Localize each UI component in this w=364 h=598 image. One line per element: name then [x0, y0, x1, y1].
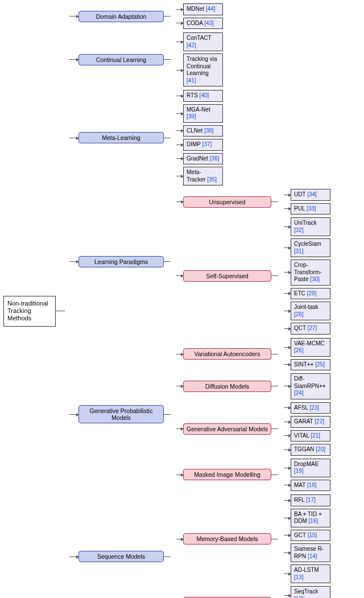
leaf-label: MAT: [294, 482, 307, 488]
leaf-row: GCT [15]: [284, 530, 330, 542]
connector: [69, 16, 78, 17]
leaf-label: SeqTrack: [294, 588, 318, 595]
connector: [176, 539, 183, 539]
connector: [176, 386, 183, 386]
leaf-column: UDT [34]PUL [33]: [284, 189, 330, 215]
citation-ref[interactable]: [40]: [200, 92, 209, 98]
connector: [164, 16, 171, 17]
citation-ref[interactable]: [28]: [294, 311, 304, 317]
leaf-row: DropMAE [19]: [284, 459, 330, 477]
connector: [271, 475, 278, 475]
leaf-row: VITAL [21]: [284, 430, 330, 442]
citation-ref[interactable]: [20]: [316, 446, 325, 452]
citation-ref[interactable]: [25]: [315, 361, 325, 368]
root-node: Non-traditional Tracking Methods: [3, 296, 56, 327]
leaf-node: VITAL [21]: [291, 430, 330, 442]
connector: [284, 248, 291, 248]
citation-ref[interactable]: [19]: [294, 468, 304, 474]
leaf-node: CODA [43]: [183, 18, 223, 30]
leaf-row: MDNet [44]: [176, 3, 223, 15]
leaf-node: Siamese R-RPN [14]: [291, 543, 330, 562]
connector: [69, 59, 78, 60]
citation-ref[interactable]: [32]: [294, 227, 304, 233]
citation-ref[interactable]: [44]: [206, 6, 216, 12]
leaf-node: AFSL [23]: [291, 402, 330, 414]
leaf-label: MDNet: [187, 6, 206, 12]
leaf-column: RTS [40]MGA-Net [39]CLNet [38]DIMP [37]G…: [176, 90, 223, 185]
citation-ref[interactable]: [23]: [309, 405, 319, 411]
citation-ref[interactable]: [39]: [187, 113, 196, 119]
citation-ref[interactable]: [15]: [308, 532, 317, 538]
leaf-label: RTS: [187, 92, 200, 98]
leaf-node: PUL [33]: [291, 203, 330, 215]
subcategory-row: UnsupervisedUDT [34]PUL [33]: [176, 189, 330, 215]
leaf-node: TGGAN [20]: [291, 444, 330, 456]
diagram-root: Non-traditional Tracking Methods Domain …: [3, 3, 361, 598]
citation-ref[interactable]: [43]: [204, 20, 214, 26]
citation-ref[interactable]: [13]: [294, 574, 304, 580]
category-row: Generative Probabilistic ModelsVariation…: [69, 338, 330, 492]
leaf-label: VAE-MCMC: [294, 340, 325, 347]
leaf-row: RFL [17]: [284, 494, 330, 506]
leaf-node: DropMAE [19]: [291, 459, 330, 477]
leaf-label: MGA-Net: [187, 106, 210, 113]
subcategory-row: Diffusion ModelsDiff-SiamRPN++ [24]: [176, 373, 330, 399]
citation-ref[interactable]: [30]: [310, 276, 320, 282]
leaf-column: VAE-MCMC [26]SINT++ [25]: [284, 338, 330, 371]
connector: [176, 176, 183, 176]
connector: [284, 195, 291, 195]
citation-ref[interactable]: [24]: [294, 390, 304, 396]
connector: [284, 552, 291, 553]
leaf-node: RTS [40]: [183, 90, 223, 102]
category-node: Continual Learning: [78, 54, 164, 65]
citation-ref[interactable]: [36]: [210, 155, 220, 162]
leaf-column: SeqTrack [12]ARTrack [11]: [284, 586, 330, 598]
leaf-row: AD-LSTM [13]: [284, 564, 330, 583]
subcategory-column: UnsupervisedUDT [34]PUL [33]Self-Supervi…: [176, 189, 330, 335]
citation-ref[interactable]: [27]: [308, 325, 317, 331]
leaf-node: GradNet [36]: [183, 153, 223, 165]
citation-ref[interactable]: [14]: [308, 553, 317, 559]
connector: [176, 42, 183, 42]
leaf-label: GradNet: [187, 155, 210, 162]
citation-ref[interactable]: [29]: [307, 290, 317, 296]
category-row: Continual LearningConTACT [42]Tracking v…: [69, 32, 330, 86]
connector: [284, 226, 291, 227]
leaf-node: SINT++ [25]: [291, 359, 330, 371]
citation-ref[interactable]: [17]: [306, 497, 316, 503]
citation-ref[interactable]: [31]: [294, 248, 304, 254]
connector: [271, 354, 278, 354]
citation-ref[interactable]: [42]: [187, 42, 196, 48]
citation-ref[interactable]: [12]: [294, 596, 304, 599]
citation-ref[interactable]: [22]: [315, 418, 324, 424]
subcategory-column: Memory-Based ModelsRFL [17]BA + TID + DD…: [176, 494, 330, 598]
leaf-label: TGGAN: [294, 446, 316, 452]
leaf-column: DropMAE [19]MAT [18]: [284, 459, 330, 492]
leaf-node: UDT [34]: [291, 189, 330, 201]
subcategory-row: Autoregressive ModelsSeqTrack [12]ARTrac…: [176, 586, 330, 598]
citation-ref[interactable]: [37]: [202, 141, 212, 147]
connector: [164, 138, 171, 138]
leaf-column: RFL [17]BA + TID + DDM [16]GCT [15]Siame…: [284, 494, 330, 583]
leaf-label: CODA: [187, 20, 204, 26]
citation-ref[interactable]: [38]: [204, 127, 214, 134]
citation-ref[interactable]: [41]: [187, 77, 196, 84]
citation-ref[interactable]: [21]: [311, 432, 320, 439]
category-row: Meta-LearningRTS [40]MGA-Net [39]CLNet […: [69, 90, 330, 185]
leaf-node: VAE-MCMC [26]: [291, 338, 330, 357]
citation-ref[interactable]: [34]: [307, 191, 317, 197]
connector: [69, 414, 78, 415]
citation-ref[interactable]: [18]: [307, 482, 317, 488]
leaf-row: PUL [33]: [284, 203, 330, 215]
citation-ref[interactable]: [16]: [309, 518, 318, 524]
leaf-node: MDNet [44]: [183, 3, 223, 15]
citation-ref[interactable]: [33]: [307, 205, 316, 212]
citation-ref[interactable]: [35]: [207, 176, 217, 183]
leaf-row: RTS [40]: [176, 90, 223, 102]
connector: [176, 354, 183, 354]
leaf-row: SeqTrack [12]: [284, 586, 330, 598]
citation-ref[interactable]: [26]: [294, 347, 304, 353]
connector: [284, 574, 291, 574]
connector: [176, 70, 183, 71]
leaf-column: Diff-SiamRPN++ [24]: [284, 373, 330, 399]
